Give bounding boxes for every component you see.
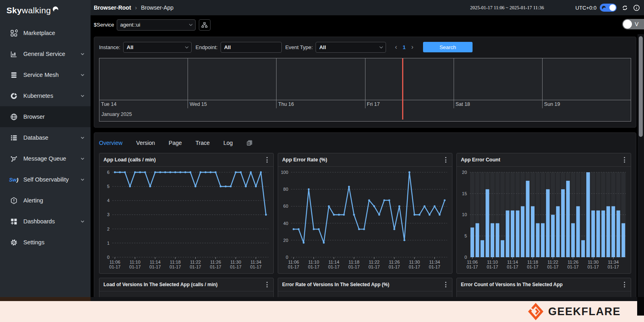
sidebar-item-service-mesh[interactable]: Service Mesh bbox=[0, 64, 91, 85]
event-type-label: Event Type: bbox=[285, 44, 313, 50]
chart-title: App Error Rate (%) bbox=[282, 157, 327, 163]
event-type-select-value: All bbox=[319, 44, 326, 50]
chevron-down-icon bbox=[185, 45, 188, 48]
kebab-menu-icon[interactable] bbox=[444, 280, 448, 289]
svg-text:11:22: 11:22 bbox=[547, 260, 558, 264]
filter-bar: Instance: All Endpoint: Event Type: All bbox=[99, 41, 631, 53]
alert-icon bbox=[10, 196, 18, 204]
chart-title: Load of Versions In The Selected App (ca… bbox=[103, 282, 218, 287]
svg-text:1: 1 bbox=[107, 241, 109, 246]
layers-icon bbox=[10, 71, 18, 79]
sidebar-item-general-service[interactable]: General Service bbox=[0, 43, 91, 64]
svg-text:11:14: 11:14 bbox=[328, 260, 339, 264]
sidebar-item-message-queue[interactable]: Message Queue bbox=[0, 148, 91, 169]
timeline-day-label: Thu 16 bbox=[278, 101, 294, 107]
breadcrumb-current: Browser-App bbox=[141, 4, 173, 11]
refresh-icon[interactable] bbox=[621, 4, 628, 11]
tab-trace[interactable]: Trace bbox=[196, 140, 210, 146]
tab-version[interactable]: Version bbox=[136, 140, 155, 146]
geekflare-brand: GEEKFLARE bbox=[528, 303, 621, 320]
timeline-day-label: Wed 15 bbox=[190, 101, 207, 107]
vertical-scrollbar[interactable] bbox=[638, 34, 644, 316]
timeline-day-cell[interactable]: Sat 18 bbox=[454, 58, 542, 108]
sidebar-item-settings[interactable]: Settings bbox=[0, 232, 91, 253]
endpoint-input[interactable] bbox=[221, 42, 282, 53]
sidebar-item-browser[interactable]: Browser bbox=[0, 106, 91, 127]
service-select[interactable]: agent::ui bbox=[117, 19, 196, 31]
next-page-button[interactable]: › bbox=[408, 43, 417, 51]
geekflare-logo-icon bbox=[528, 303, 543, 320]
svg-text:01-17: 01-17 bbox=[348, 264, 359, 269]
top-bar: Browser-Root › Browser-App 2025-01-17 11… bbox=[91, 0, 644, 15]
logo-text-light: walking bbox=[22, 6, 51, 15]
breadcrumb-root[interactable]: Browser-Root bbox=[94, 4, 131, 11]
timeline-day-cell[interactable]: Tue 14 bbox=[99, 58, 188, 108]
kebab-menu-icon[interactable] bbox=[622, 280, 627, 289]
event-type-select[interactable]: All bbox=[316, 42, 386, 53]
svg-text:11:34: 11:34 bbox=[608, 260, 619, 264]
tab-page[interactable]: Page bbox=[169, 140, 182, 146]
svg-text:6: 6 bbox=[107, 170, 109, 175]
svg-text:11:30: 11:30 bbox=[230, 260, 241, 264]
svg-text:5: 5 bbox=[464, 233, 467, 238]
version-toggle[interactable]: V bbox=[622, 19, 644, 29]
svg-text:11:30: 11:30 bbox=[588, 260, 599, 264]
svg-text:11:14: 11:14 bbox=[507, 260, 518, 264]
moon-icon bbox=[601, 4, 607, 10]
tab-log[interactable]: Log bbox=[223, 140, 233, 146]
service-label: $Service bbox=[94, 22, 114, 28]
chevron-down-icon bbox=[80, 93, 85, 98]
sidebar-item-marketplace[interactable]: Marketplace bbox=[0, 23, 91, 43]
current-page[interactable]: 1 bbox=[400, 44, 408, 50]
svg-text:11:34: 11:34 bbox=[429, 260, 440, 264]
dashboards-icon bbox=[10, 217, 18, 225]
svg-text:11:06: 11:06 bbox=[109, 260, 120, 264]
timeline-day-cell[interactable]: Sun 19 bbox=[542, 58, 631, 108]
info-icon[interactable] bbox=[633, 4, 640, 11]
svg-text:20: 20 bbox=[283, 238, 288, 243]
prev-page-button[interactable]: ‹ bbox=[392, 43, 400, 51]
timeline-day-cell[interactable]: Thu 16 bbox=[276, 58, 365, 108]
search-button[interactable]: Search bbox=[423, 42, 473, 52]
instance-select[interactable]: All bbox=[123, 42, 192, 53]
kebab-menu-icon[interactable] bbox=[622, 155, 627, 164]
chart-card-app-error-rate: App Error Rate (%) 02040608010011:0601-1… bbox=[278, 153, 452, 274]
svg-text:01-17: 01-17 bbox=[308, 264, 319, 269]
svg-text:01-17: 01-17 bbox=[190, 264, 201, 269]
kebab-menu-icon[interactable] bbox=[265, 155, 269, 164]
svg-text:11:06: 11:06 bbox=[288, 260, 299, 264]
kebab-menu-icon[interactable] bbox=[444, 155, 448, 164]
svg-text:0: 0 bbox=[107, 255, 109, 260]
bottom-strip bbox=[0, 297, 644, 301]
skywalking-logo[interactable]: Skywalking bbox=[0, 0, 91, 18]
topology-button[interactable] bbox=[199, 19, 211, 31]
timeline-day-cell[interactable]: Fri 17 bbox=[365, 58, 454, 108]
svg-text:01-17: 01-17 bbox=[588, 264, 599, 269]
service-select-value: agent::ui bbox=[120, 22, 140, 28]
svg-text:11:10: 11:10 bbox=[487, 260, 498, 264]
tab-overview[interactable]: Overview bbox=[99, 140, 122, 146]
sidebar-item-database[interactable]: Database bbox=[0, 127, 91, 148]
svg-text:3: 3 bbox=[107, 213, 109, 217]
time-range-display[interactable]: 2025-01-17 11:06 ~ 2025-01-17 11:36 bbox=[470, 5, 544, 10]
dark-mode-toggle[interactable] bbox=[600, 4, 617, 12]
chevron-down-icon bbox=[189, 23, 192, 26]
svg-text:01-17: 01-17 bbox=[429, 264, 440, 269]
sidebar-item-kubernetes[interactable]: Kubernetes bbox=[0, 85, 91, 106]
sidebar-item-self-observability[interactable]: Sw) Self Observability bbox=[0, 169, 91, 190]
chart-card-app-load: App Load (calls / min) 012345611:0601-17… bbox=[99, 153, 274, 274]
copy-dashboard-icon[interactable] bbox=[246, 140, 253, 146]
kebab-menu-icon[interactable] bbox=[265, 280, 269, 289]
event-timeline[interactable]: Tue 14Wed 15Thu 16Fri 17Sat 18Sun 19 Jan… bbox=[99, 58, 631, 122]
svg-text:11:22: 11:22 bbox=[190, 260, 201, 264]
svg-text:01-17: 01-17 bbox=[389, 264, 400, 269]
timeline-day-label: Sun 19 bbox=[544, 101, 560, 107]
timeline-day-cell[interactable]: Wed 15 bbox=[188, 58, 276, 108]
svg-text:01-17: 01-17 bbox=[210, 264, 221, 269]
scrollbar-thumb[interactable] bbox=[639, 36, 643, 137]
svg-text:40: 40 bbox=[283, 221, 288, 226]
dashboard-tabs: OverviewVersionPageTraceLog bbox=[99, 137, 631, 149]
sidebar-item-alerting[interactable]: Alerting bbox=[0, 190, 91, 211]
timeline-day-label: Sat 18 bbox=[456, 101, 470, 107]
sidebar-item-dashboards[interactable]: Dashboards bbox=[0, 211, 91, 232]
